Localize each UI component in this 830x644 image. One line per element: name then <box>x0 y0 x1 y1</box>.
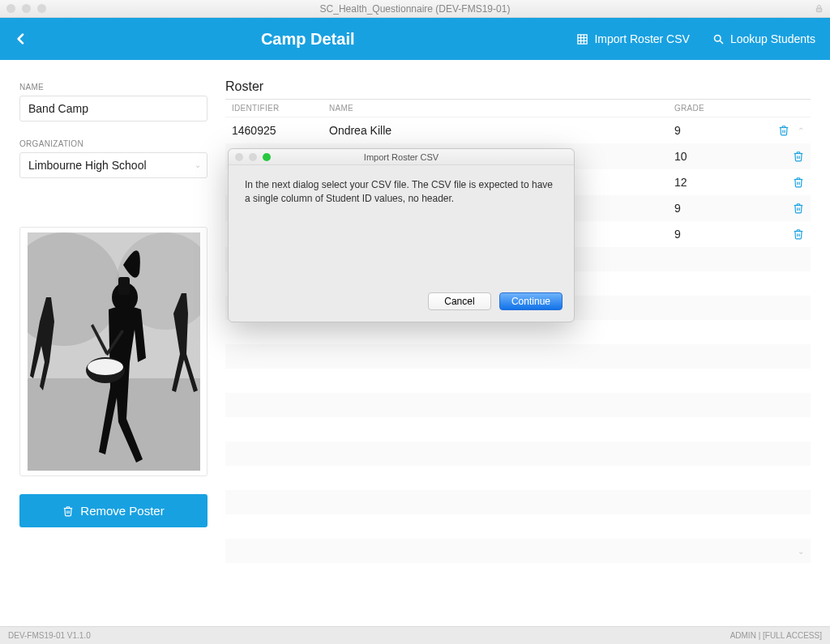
table-row <box>225 441 811 466</box>
table-row <box>225 344 811 369</box>
dialog-button-row: Cancel Continue <box>229 284 574 322</box>
column-grade: GRADE <box>674 104 764 113</box>
lookup-students-button[interactable]: Lookup Students <box>712 32 815 45</box>
status-right: ADMIN | [FULL ACCESS] <box>730 631 822 640</box>
table-row <box>225 369 811 393</box>
name-label: NAME <box>19 83 208 92</box>
dialog-body: In the next dialog select your CSV file.… <box>229 165 574 284</box>
trash-icon <box>62 505 74 517</box>
back-button[interactable] <box>15 30 39 48</box>
chevron-down-icon[interactable]: ⌄ <box>798 547 804 556</box>
page-header: Camp Detail Import Roster CSV Lookup Stu… <box>0 18 830 60</box>
svg-rect-13 <box>118 277 130 295</box>
svg-rect-0 <box>816 8 821 12</box>
poster-frame <box>19 227 208 476</box>
delete-row-button[interactable] <box>778 125 789 136</box>
remove-poster-button[interactable]: Remove Poster <box>19 494 208 527</box>
table-row <box>225 466 811 490</box>
header-actions: Import Roster CSV Lookup Students <box>576 32 815 45</box>
roster-title: Roster <box>225 79 811 94</box>
table-row <box>225 514 811 539</box>
table-row <box>225 417 811 441</box>
cell-grade: 9 <box>674 124 764 137</box>
cell-name: Ondrea Kille <box>329 124 674 137</box>
grid-icon <box>576 33 588 45</box>
page-title: Camp Detail <box>39 30 576 49</box>
import-roster-dialog: Import Roster CSV In the next dialog sel… <box>228 148 575 322</box>
status-bar: DEV-FMS19-01 V1.1.0 ADMIN | [FULL ACCESS… <box>0 626 830 644</box>
delete-row-button[interactable] <box>793 203 804 214</box>
cell-grade: 10 <box>674 150 764 163</box>
search-icon <box>712 33 725 45</box>
table-row <box>225 320 811 344</box>
cell-identifier: 1460925 <box>232 124 329 137</box>
column-identifier: IDENTIFIER <box>232 104 329 113</box>
svg-point-15 <box>88 359 123 375</box>
window-title: SC_Health_Questionnaire (DEV-FMS19-01) <box>0 3 830 15</box>
table-row <box>225 393 811 417</box>
table-row: ⌄ <box>225 539 811 563</box>
organization-select[interactable] <box>19 152 208 178</box>
column-name: NAME <box>329 104 674 113</box>
delete-row-button[interactable] <box>793 177 804 188</box>
sidebar: NAME ORGANIZATION ⌄ <box>19 79 208 607</box>
remove-poster-label: Remove Poster <box>80 504 164 518</box>
table-row[interactable]: 1460925Ondrea Kille9⌃ <box>225 117 811 143</box>
lookup-students-label: Lookup Students <box>730 32 815 45</box>
status-left: DEV-FMS19-01 V1.1.0 <box>8 631 91 640</box>
roster-table-header: IDENTIFIER NAME GRADE <box>225 100 811 117</box>
dialog-titlebar: Import Roster CSV <box>229 149 574 165</box>
chevron-up-icon[interactable]: ⌃ <box>798 126 804 135</box>
cell-grade: 12 <box>674 176 764 189</box>
svg-rect-1 <box>578 34 587 43</box>
import-roster-button[interactable]: Import Roster CSV <box>576 32 689 45</box>
cancel-button[interactable]: Cancel <box>428 292 491 310</box>
page-content: NAME ORGANIZATION ⌄ <box>0 60 830 626</box>
name-input[interactable] <box>19 96 208 122</box>
organization-label: ORGANIZATION <box>19 139 208 148</box>
cell-grade: 9 <box>674 202 764 215</box>
svg-line-7 <box>720 41 722 43</box>
table-row <box>225 490 811 514</box>
import-roster-label: Import Roster CSV <box>594 32 689 45</box>
delete-row-button[interactable] <box>793 151 804 162</box>
cell-grade: 9 <box>674 228 764 241</box>
window-titlebar: SC_Health_Questionnaire (DEV-FMS19-01) <box>0 0 830 18</box>
delete-row-button[interactable] <box>793 228 804 240</box>
poster-image <box>28 232 200 471</box>
continue-button[interactable]: Continue <box>499 292 563 310</box>
lock-icon <box>815 4 824 13</box>
dialog-title: Import Roster CSV <box>229 152 574 162</box>
